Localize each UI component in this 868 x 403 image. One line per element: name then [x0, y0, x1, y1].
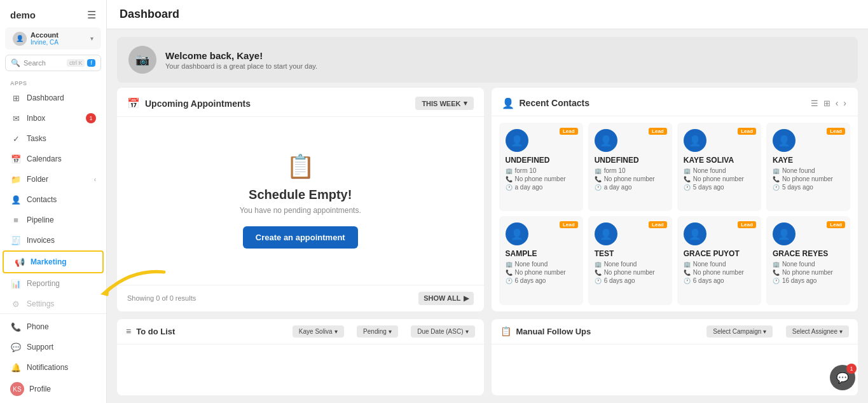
grid-view-icon[interactable]: ⊞ [822, 97, 832, 109]
sidebar-item-notifications[interactable]: 🔔 Notifications [0, 357, 106, 378]
show-all-button[interactable]: SHOW ALL ▶ [418, 292, 473, 305]
next-arrow-icon[interactable]: › [842, 97, 848, 109]
sidebar-item-marketing[interactable]: 📢 Marketing [3, 250, 104, 273]
followups-card: 📋 Manual Follow Ups Select Campaign ▾ Se… [492, 319, 858, 396]
contact-name: UNDEFINED [506, 156, 550, 165]
contact-form: 🏢 None found [506, 261, 548, 268]
clock-icon: 🕐 [595, 278, 602, 284]
list-view-icon[interactable]: ☰ [809, 97, 820, 109]
sidebar-item-folder[interactable]: 📁 Folder ‹ [0, 169, 106, 189]
clock-icon: 🕐 [684, 184, 691, 191]
contact-phone: 📞 No phone number [684, 269, 744, 276]
sidebar-item-settings[interactable]: ⚙ Settings [0, 294, 106, 313]
prev-arrow-icon[interactable]: ‹ [834, 97, 840, 109]
contact-card[interactable]: 👤 Lead GRACE PUYOT 🏢 None found 📞 No pho… [677, 216, 761, 304]
phone-icon: 📞 [773, 270, 780, 276]
followups-title: Manual Follow Ups [516, 327, 702, 336]
chat-fab[interactable]: 💬 1 [830, 365, 855, 390]
welcome-banner: 📷 Welcome back, Kaye! Your dashboard is … [117, 37, 858, 83]
sidebar-item-pipeline[interactable]: ≡ Pipeline [0, 210, 106, 230]
contact-time: 🕐 6 days ago [684, 277, 724, 284]
sidebar-item-profile[interactable]: KS Profile [0, 378, 106, 400]
sidebar: demo ☰ 👤 Account Irvine, CA ▾ 🔍 Search c… [0, 0, 107, 403]
contacts-header: 👤 Recent Contacts ☰ ⊞ ‹ › [492, 88, 858, 116]
account-location: Irvine, CA [31, 39, 90, 46]
contact-badge: Lead [560, 128, 578, 135]
contact-form: 🏢 form 10 [595, 167, 626, 174]
contact-phone: 📞 No phone number [595, 175, 655, 182]
appointments-title: Upcoming Appointments [145, 99, 415, 109]
invoices-icon: 🧾 [10, 235, 22, 246]
apps-section-label: Apps [0, 78, 106, 88]
todo-filter-status[interactable]: Pending ▾ [357, 325, 398, 338]
contact-form: 🏢 None found [684, 167, 726, 174]
sidebar-item-reporting[interactable]: 📊 Reporting [0, 273, 106, 294]
followups-filter-assignee[interactable]: Select Assignee ▾ [786, 325, 849, 338]
contacts-card: 👤 Recent Contacts ☰ ⊞ ‹ › 👤 Lead UNDEFIN… [492, 88, 858, 311]
contact-card[interactable]: 👤 Lead UNDEFINED 🏢 form 10 📞 No phone nu… [588, 123, 672, 211]
this-week-filter[interactable]: THIS WEEK ▾ [415, 97, 473, 110]
contact-time: 🕐 a day ago [595, 184, 632, 191]
contact-name: UNDEFINED [595, 156, 639, 165]
todo-icon: ≡ [126, 326, 131, 336]
sidebar-logo-area: demo ☰ [0, 0, 106, 27]
phone-icon: 📞 [506, 176, 513, 182]
sidebar-item-calendars[interactable]: 📅 Calendars [0, 149, 106, 169]
contact-avatar: 👤 [506, 222, 528, 245]
contact-avatar: 👤 [684, 129, 706, 152]
todo-header: ≡ To do List Kaye Soliva ▾ Pending ▾ Due… [117, 319, 484, 345]
form-icon: 🏢 [773, 261, 780, 268]
arrow-right-icon: ▶ [464, 294, 469, 303]
contact-card[interactable]: 👤 Lead GRACE REYES 🏢 None found 📞 No pho… [766, 216, 850, 304]
sidebar-item-inbox[interactable]: ✉ Inbox 1 [0, 108, 106, 128]
sidebar-item-label: Pipeline [27, 215, 54, 224]
empty-schedule-subtitle: You have no pending appointments. [240, 206, 361, 215]
phone-icon: 📞 [506, 270, 513, 276]
contact-name: GRACE REYES [773, 249, 828, 258]
sidebar-item-support[interactable]: 💬 Support [0, 337, 106, 357]
todo-filter-duedate[interactable]: Due Date (ASC) ▾ [411, 325, 474, 338]
notifications-icon: 🔔 [10, 362, 22, 373]
form-icon: 🏢 [684, 261, 691, 268]
account-selector[interactable]: 👤 Account Irvine, CA ▾ [5, 27, 101, 50]
followups-filter-campaign[interactable]: Select Campaign ▾ [706, 325, 773, 338]
appointments-header: 📅 Upcoming Appointments THIS WEEK ▾ [117, 88, 484, 117]
sidebar-item-dashboard[interactable]: ⊞ Dashboard [0, 88, 106, 108]
hamburger-icon[interactable]: ☰ [87, 9, 96, 21]
phone-icon: 📞 [595, 270, 602, 276]
contact-time: 🕐 5 days ago [684, 184, 724, 191]
contact-time: 🕐 16 days ago [773, 277, 817, 284]
followups-icon: 📋 [500, 326, 511, 336]
calendars-icon: 📅 [10, 153, 22, 165]
contact-card[interactable]: 👤 Lead TEST 🏢 None found 📞 No phone numb… [588, 216, 672, 304]
clock-icon: 🕐 [506, 184, 513, 191]
appointments-card: 📅 Upcoming Appointments THIS WEEK ▾ 📋 Sc… [117, 88, 484, 311]
search-placeholder: Search [24, 59, 67, 67]
support-icon: 💬 [10, 341, 22, 353]
this-week-label: THIS WEEK [422, 100, 460, 107]
sidebar-item-invoices[interactable]: 🧾 Invoices [0, 230, 106, 250]
contact-form: 🏢 None found [684, 261, 726, 268]
sidebar-nav: ⊞ Dashboard ✉ Inbox 1 ✓ Tasks 📅 Calendar… [0, 88, 106, 313]
contact-phone: 📞 No phone number [773, 175, 833, 182]
sidebar-item-label: Notifications [27, 363, 68, 372]
contact-card[interactable]: 👤 Lead KAYE 🏢 None found 📞 No phone numb… [766, 123, 850, 211]
contacts-grid: 👤 Lead UNDEFINED 🏢 form 10 📞 No phone nu… [492, 116, 858, 311]
sidebar-item-phone[interactable]: 📞 Phone [0, 317, 106, 337]
filter-label: Select Campaign [713, 328, 761, 335]
contact-card[interactable]: 👤 Lead UNDEFINED 🏢 form 10 📞 No phone nu… [499, 123, 583, 211]
tasks-icon: ✓ [10, 133, 22, 144]
contact-card[interactable]: 👤 Lead SAMPLE 🏢 None found 📞 No phone nu… [499, 216, 583, 304]
form-icon: 🏢 [506, 168, 513, 174]
sidebar-item-contacts[interactable]: 👤 Contacts [0, 189, 106, 210]
empty-schedule-title: Schedule Empty! [249, 188, 352, 202]
search-bar[interactable]: 🔍 Search ctrl K f [5, 55, 101, 71]
contact-card[interactable]: 👤 Lead KAYE SOLIVA 🏢 None found 📞 No pho… [677, 123, 761, 211]
create-appointment-button[interactable]: Create an appointment [243, 226, 358, 249]
todo-filter-assignee[interactable]: Kaye Soliva ▾ [293, 325, 344, 338]
sidebar-item-tasks[interactable]: ✓ Tasks [0, 128, 106, 149]
sidebar-item-label: Profile [29, 385, 51, 393]
inbox-icon: ✉ [10, 113, 22, 124]
welcome-subtitle: Your dashboard is a great place to start… [165, 62, 317, 70]
chevron-down-icon: ▾ [839, 328, 843, 335]
